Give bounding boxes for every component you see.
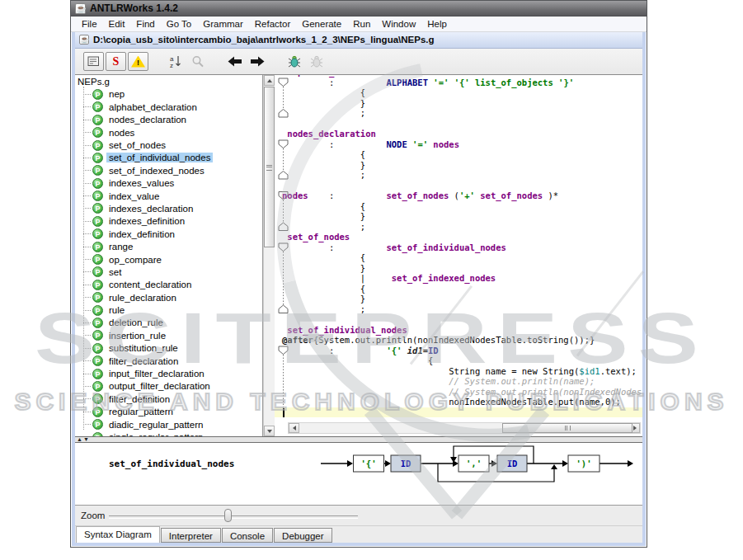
grammar-code[interactable]: alphabet_declaration : ALPHABET '=' '{' … xyxy=(282,75,642,417)
tree-item-set_of_indexed_nodes[interactable]: Pset_of_indexed_nodes xyxy=(75,164,262,176)
tree-item-nep[interactable]: Pnep xyxy=(75,88,262,101)
find-button[interactable] xyxy=(187,52,208,71)
code-line[interactable]: } xyxy=(282,98,642,109)
code-line[interactable]: } xyxy=(282,160,642,171)
menu-item-window[interactable]: Window xyxy=(376,19,421,29)
code-line[interactable]: { xyxy=(282,149,642,160)
code-line[interactable]: nonIndexedNodesTable.put(name,0); xyxy=(282,397,642,407)
code-line[interactable] xyxy=(282,314,642,325)
syntax-diagram-toggle-button[interactable] xyxy=(83,52,104,71)
code-line[interactable]: String name = new String($id1.text); xyxy=(282,366,642,377)
menu-item-go-to[interactable]: Go To xyxy=(161,19,197,29)
tree-item-alphabet_declaration[interactable]: Palphabet_declaration xyxy=(75,101,262,113)
code-line[interactable] xyxy=(282,407,642,418)
warnings-button[interactable]: ! xyxy=(128,52,148,71)
tree-scrollbar[interactable] xyxy=(263,75,275,436)
tree-item-indexes_declaration[interactable]: Pindexes_declaration xyxy=(75,202,262,214)
code-line[interactable]: ; xyxy=(282,108,642,119)
code-line[interactable]: nodes_declaration xyxy=(282,129,642,139)
tree-item-filter_definition[interactable]: Pfilter_definition xyxy=(75,393,262,405)
code-line[interactable]: @after{System.out.println(nonIndexedNode… xyxy=(282,335,642,346)
menu-item-file[interactable]: File xyxy=(76,19,103,29)
code-line[interactable]: : ALPHABET '=' '{' list_of_objects '}' xyxy=(282,78,642,88)
tree-item-indexes_values[interactable]: Pindexes_values xyxy=(75,177,262,190)
code-line[interactable] xyxy=(282,181,642,191)
tree-item-set_of_individual_nodes[interactable]: Pset_of_individual_nodes xyxy=(75,152,262,164)
tree-item-filter_declaration[interactable]: Pfilter_declaration xyxy=(75,355,262,367)
code-line[interactable]: : '{' id1=ID xyxy=(282,346,642,356)
code-line[interactable]: : NODE '=' nodes xyxy=(282,139,642,150)
tree-item-rule[interactable]: Prule xyxy=(75,304,262,316)
code-line[interactable]: { xyxy=(282,355,642,366)
editor-horizontal-scrollbar[interactable] xyxy=(288,422,641,434)
tree-scroll-up-button[interactable] xyxy=(264,75,275,86)
tree-item-op_compare[interactable]: Pop_compare xyxy=(75,253,262,266)
code-line[interactable]: ; xyxy=(282,304,642,315)
splitter-collapse-icons[interactable]: ▲▼ xyxy=(77,436,90,442)
title-bar[interactable]: ☕ ANTLRWorks 1.4.2 xyxy=(71,1,647,16)
tree-item-rule_declaration[interactable]: Prule_declaration xyxy=(75,291,262,304)
code-line[interactable]: : set_of_individual_nodes xyxy=(282,242,642,253)
code-line[interactable]: // System.out.println(nonIndexedNodes xyxy=(282,387,642,398)
editor-scrollbar-thumb[interactable] xyxy=(502,423,632,433)
debug-button[interactable] xyxy=(284,52,304,71)
menu-item-edit[interactable]: Edit xyxy=(103,19,131,29)
tree-item-set_of_nodes[interactable]: Pset_of_nodes xyxy=(75,139,262,151)
tab-console[interactable]: Console xyxy=(222,528,273,543)
debug-remote-button[interactable] xyxy=(306,52,327,71)
horizontal-splitter[interactable]: ▲▼ xyxy=(75,436,642,443)
tree-item-regular_pattern[interactable]: Pregular_pattern xyxy=(75,406,262,418)
code-line[interactable]: // System.out.println(name); xyxy=(282,376,642,387)
menu-item-help[interactable]: Help xyxy=(421,19,453,29)
code-line[interactable]: set_of_nodes xyxy=(282,232,642,242)
grammar-editor[interactable]: alphabet_declaration : ALPHABET '=' '{' … xyxy=(275,75,642,436)
code-area[interactable]: alphabet_declaration : ALPHABET '=' '{' … xyxy=(275,75,642,421)
menu-item-run[interactable]: Run xyxy=(347,19,376,29)
menu-item-find[interactable]: Find xyxy=(130,19,160,29)
tree-item-nodes[interactable]: Pnodes xyxy=(75,126,262,139)
tab-interpreter[interactable]: Interpreter xyxy=(161,528,221,543)
sort-rules-button[interactable]: a z xyxy=(165,52,186,71)
tree-item-indexes_definition[interactable]: Pindexes_definition xyxy=(75,215,262,228)
code-line[interactable]: ; xyxy=(282,222,642,233)
tree-item-deletion_rule[interactable]: Pdeletion_rule xyxy=(75,317,262,329)
tree-scroll-down-button[interactable] xyxy=(264,426,275,436)
zoom-slider-thumb[interactable] xyxy=(224,509,232,522)
code-line[interactable]: set_of_individual_nodes xyxy=(282,325,642,336)
zoom-slider-track[interactable] xyxy=(109,515,358,519)
code-line[interactable]: } xyxy=(282,211,642,222)
code-line[interactable]: } xyxy=(282,294,642,304)
tab-syntax-diagram[interactable]: Syntax Diagram xyxy=(76,526,160,543)
menu-item-generate[interactable]: Generate xyxy=(296,19,347,29)
tree-item-range[interactable]: Prange xyxy=(75,240,262,252)
tree-item-index_definition[interactable]: Pindex_definition xyxy=(75,228,262,240)
menu-item-grammar[interactable]: Grammar xyxy=(197,19,249,29)
menu-item-refactor[interactable]: Refactor xyxy=(249,19,296,29)
back-button[interactable] xyxy=(224,52,245,71)
code-line[interactable]: { xyxy=(282,252,642,263)
code-line[interactable]: { xyxy=(282,87,642,98)
forward-button[interactable] xyxy=(247,52,267,71)
code-line[interactable] xyxy=(282,119,642,129)
tree-item-single_regular_pattern[interactable]: Psingle_regular_pattern xyxy=(75,431,262,436)
scroll-left-button[interactable] xyxy=(289,423,299,433)
code-line[interactable]: { xyxy=(282,284,642,294)
code-line[interactable]: | set_of_indexed_nodes xyxy=(282,273,642,284)
tree-root[interactable]: NEPs.g xyxy=(75,75,262,87)
syntax-errors-button[interactable]: S xyxy=(106,52,126,71)
tree-item-set[interactable]: Pset xyxy=(75,266,262,278)
code-line[interactable]: nodes : set_of_nodes ('+' set_of_nodes )… xyxy=(282,191,642,201)
code-line[interactable]: } xyxy=(282,263,642,274)
document-path-bar[interactable]: ☕ D:\copia_usb_sito\intercambio_baja\ant… xyxy=(75,32,642,49)
tree-item-index_value[interactable]: Pindex_value xyxy=(75,190,262,202)
tab-debugger[interactable]: Debugger xyxy=(274,528,332,543)
tree-scrollbar-thumb[interactable] xyxy=(264,87,275,247)
tree-item-output_filter_declaration[interactable]: Poutput_filter_declaration xyxy=(75,380,262,393)
tree-item-input_filter_declaration[interactable]: Pinput_filter_declaration xyxy=(75,367,262,379)
code-line[interactable]: { xyxy=(282,201,642,212)
code-line[interactable]: ; xyxy=(282,170,642,181)
tree-item-nodes_declaration[interactable]: Pnodes_declaration xyxy=(75,114,262,126)
tree-item-content_declaration[interactable]: Pcontent_declaration xyxy=(75,279,262,291)
tree-item-substitution_rule[interactable]: Psubstitution_rule xyxy=(75,342,262,355)
tree-item-insertion_rule[interactable]: Pinsertion_rule xyxy=(75,329,262,341)
